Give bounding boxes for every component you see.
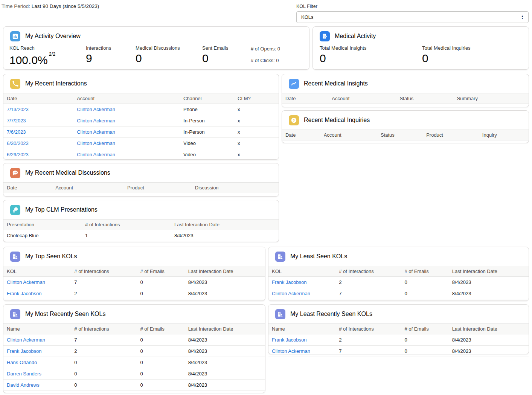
table-header-row: KOL# of Interactions# of EmailsLast Inte…	[268, 266, 529, 277]
name-link[interactable]: Clinton Ackerman	[272, 291, 310, 296]
table-cell-name: Clinton Ackerman	[268, 346, 339, 357]
table-cell-interactions: 0	[74, 368, 140, 380]
column-header-date: Date	[3, 93, 77, 104]
table-cell-name: Frank Jacobson	[268, 334, 339, 346]
document-pencil-icon	[320, 31, 330, 41]
account-link[interactable]: Clinton Ackerman	[77, 118, 115, 124]
table-cell-last_date: 8/4/2023	[452, 346, 529, 357]
column-header-summary: Summary	[457, 93, 529, 104]
card-my-recent-medical-discussions: My Recent Medical Discussions DateAccoun…	[3, 163, 279, 197]
name-link[interactable]: David Andrews	[7, 382, 40, 388]
column-header-name: Name	[268, 324, 339, 334]
table-cell-emails: 0	[140, 357, 188, 368]
metric-kol-reach: KOL Reach 100.0%2/2	[9, 45, 55, 67]
stat-opens: # of Opens: 0	[251, 46, 280, 52]
account-link[interactable]: Clinton Ackerman	[77, 107, 115, 112]
name-link[interactable]: Frank Jacobson	[272, 279, 307, 285]
table-cell-interactions: 7	[339, 346, 404, 357]
card-title: My Top CLM Presentations	[25, 206, 98, 213]
medical-discussions-table: DateAccountProductDiscussion	[3, 182, 279, 193]
table-row: Clinton Ackerman708/4/2023	[3, 277, 265, 288]
kol-reach-fraction: 2/2	[49, 52, 55, 57]
metric-interactions: Interactions 9	[86, 45, 111, 65]
top-seen-kols-table: KOL# of Interactions# of EmailsLast Inte…	[3, 266, 265, 299]
column-header-account: Account	[55, 183, 127, 193]
person-bubble-icon	[10, 205, 20, 215]
card-my-least-recently-seen-kols: My Least Recently Seen KOLs Name# of Int…	[268, 304, 529, 354]
column-header-channel: Channel	[183, 93, 238, 104]
table-cell-emails: 0	[404, 288, 452, 299]
table-row: 7/6/2023Clinton AckermanIn-Personx	[3, 127, 279, 138]
table-cell-presentation: Cholecap Blue	[3, 230, 85, 241]
date-link[interactable]: 7/7/2023	[7, 118, 26, 124]
kol-filter-select[interactable]: KOLs ▲▼	[296, 11, 529, 23]
name-link[interactable]: Clinton Ackerman	[7, 279, 45, 285]
date-link[interactable]: 6/29/2023	[7, 152, 29, 157]
table-cell-channel: Video	[183, 138, 238, 149]
name-link[interactable]: Frank Jacobson	[272, 337, 307, 343]
name-link[interactable]: Hans Orlando	[7, 360, 37, 365]
date-link[interactable]: 7/13/2023	[7, 107, 29, 112]
card-my-least-seen-kols: My Least Seen KOLs KOL# of Interactions#…	[268, 247, 529, 301]
account-link[interactable]: Clinton Ackerman	[77, 152, 115, 157]
table-cell-clm: x	[238, 138, 279, 149]
table-cell-last_date: 8/4/2023	[174, 230, 279, 241]
table-cell-date: 7/6/2023	[3, 127, 77, 138]
table-cell-clm: x	[238, 104, 279, 115]
metric-total-medical-inquiries: Total Medical Inquiries 0	[422, 45, 471, 65]
least-seen-kols-table: KOL# of Interactions# of EmailsLast Inte…	[268, 266, 529, 299]
medical-inquiries-table: DateAccountStatusProductInquiry	[282, 130, 529, 140]
column-header-last_date: Last Interaction Date	[174, 220, 279, 230]
name-link[interactable]: Clinton Ackerman	[7, 337, 45, 343]
table-cell-name: Frank Jacobson	[3, 288, 74, 299]
table-cell-last_date: 8/4/2023	[452, 288, 529, 299]
name-link[interactable]: Clinton Ackerman	[272, 348, 310, 354]
column-header-name: KOL	[3, 266, 74, 277]
card-title: My Most Recently Seen KOLs	[25, 311, 105, 317]
metric-total-medical-insights: Total Medical Insights 0	[320, 45, 366, 65]
account-link[interactable]: Clinton Ackerman	[77, 129, 115, 135]
name-link[interactable]: Frank Jacobson	[7, 348, 42, 354]
name-link[interactable]: Frank Jacobson	[7, 291, 42, 296]
building-person-icon	[275, 252, 285, 262]
table-cell-clm: x	[238, 115, 279, 127]
table-cell-name: Frank Jacobson	[3, 346, 74, 357]
date-link[interactable]: 7/6/2023	[7, 129, 26, 135]
table-cell-last_date: 8/4/2023	[188, 288, 265, 299]
table-row: Frank Jacobson208/4/2023	[268, 277, 529, 288]
table-row: Frank Jacobson208/4/2023	[268, 334, 529, 346]
question-mark-icon	[289, 115, 299, 125]
card-recent-medical-inquiries: Recent Medical Inquiries DateAccountStat…	[282, 110, 529, 143]
table-row: 6/29/2023Clinton AckermanVideox	[3, 149, 279, 160]
least-recently-seen-kols-table: Name# of Interactions# of EmailsLast Int…	[268, 323, 529, 357]
card-recent-medical-insights: Recent Medical Insights DateAccountStatu…	[282, 74, 529, 107]
table-cell-interactions: 2	[74, 288, 140, 299]
column-header-account: Account	[332, 93, 399, 104]
table-cell-emails: 0	[404, 334, 452, 346]
table-cell-name: Clinton Ackerman	[3, 334, 74, 346]
kol-filter-label: KOL Filter	[296, 4, 529, 9]
table-cell-name: Hans Orlando	[3, 357, 74, 368]
column-header-discussion: Discussion	[195, 183, 279, 193]
account-link[interactable]: Clinton Ackerman	[77, 140, 115, 146]
table-row: Darren Sanders008/4/2023	[3, 368, 265, 380]
card-title: My Activity Overview	[25, 33, 81, 40]
recent-interactions-table: DateAccountChannelCLM?7/13/2023Clinton A…	[3, 93, 279, 160]
building-person-icon	[10, 309, 20, 319]
table-cell-interactions: 2	[74, 346, 140, 357]
column-header-date: Date	[282, 130, 324, 140]
column-header-status: Status	[399, 93, 457, 104]
building-person-icon	[275, 309, 285, 319]
table-cell-account: Clinton Ackerman	[77, 104, 183, 115]
table-cell-emails: 0	[140, 288, 188, 299]
column-header-emails: # of Emails	[404, 266, 452, 277]
table-cell-emails: 0	[404, 277, 452, 288]
table-row: David Andrews008/4/2023	[3, 380, 265, 391]
card-title: Recent Medical Insights	[304, 80, 368, 87]
column-header-interactions: # of Interactions	[339, 266, 404, 277]
table-row: Frank Jacobson208/4/2023	[3, 288, 265, 299]
table-cell-interactions: 7	[339, 288, 404, 299]
name-link[interactable]: Darren Sanders	[7, 371, 41, 377]
date-link[interactable]: 6/30/2023	[7, 140, 29, 146]
table-cell-account: Clinton Ackerman	[77, 149, 183, 160]
